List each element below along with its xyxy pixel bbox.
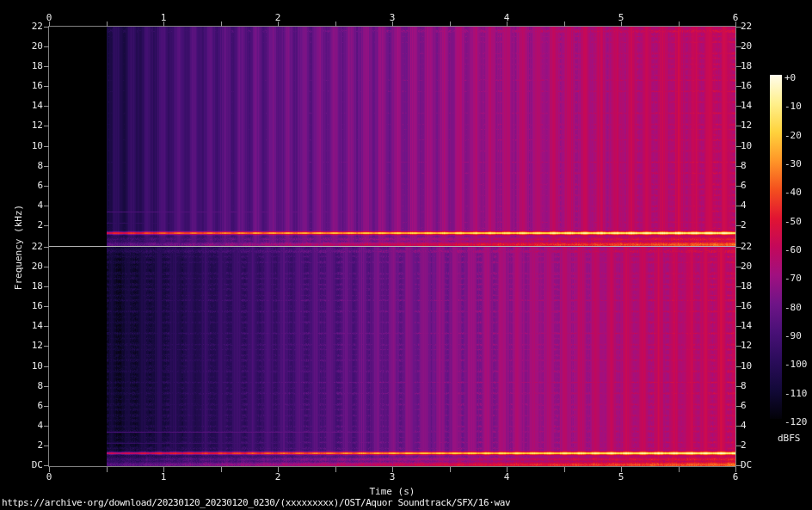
freq-tick-label: 6: [741, 401, 773, 411]
time-tick: [221, 22, 222, 27]
colorbar-tick-label: -20: [784, 131, 802, 141]
freq-tick: [44, 225, 49, 226]
freq-tick: [44, 366, 49, 367]
freq-tick: [44, 306, 49, 307]
time-tick-label: 6: [723, 472, 748, 482]
freq-tick-label: DC: [10, 460, 43, 470]
freq-tick-label: 16: [741, 301, 773, 311]
time-tick-label: 2: [265, 13, 291, 23]
freq-tick-label: 12: [741, 341, 773, 351]
source-url-text: https://archive·org/download/20230120_20…: [2, 497, 510, 508]
colorbar-tick-label: -50: [784, 217, 802, 227]
freq-tick: [44, 206, 49, 206]
freq-tick: [44, 106, 49, 107]
time-tick: [564, 467, 565, 472]
y-axis-title: Frequency (kHz): [13, 196, 24, 299]
freq-tick: [44, 126, 49, 126]
freq-tick: [44, 386, 49, 387]
freq-tick-label: 22: [741, 22, 773, 32]
colorbar-tick-label: -70: [784, 273, 802, 284]
freq-tick-label: 2: [10, 440, 43, 451]
freq-tick-label: 10: [741, 141, 773, 151]
time-tick-label: 0: [36, 472, 62, 482]
time-tick: [564, 22, 565, 27]
freq-tick-label: 16: [741, 81, 773, 91]
axis-ticks-layer: 0011223344556622222020181816161414121210…: [0, 0, 812, 510]
freq-tick-label: 12: [10, 120, 43, 131]
freq-tick: [44, 166, 49, 167]
freq-tick-label: 14: [741, 321, 773, 331]
freq-tick: [44, 186, 49, 187]
freq-tick-label: 8: [10, 381, 43, 391]
time-tick-label: 1: [151, 472, 176, 482]
freq-tick-label: 12: [10, 341, 43, 351]
colorbar-tick-label: -60: [784, 245, 802, 255]
time-tick: [107, 467, 108, 472]
freq-tick-label: 4: [10, 421, 43, 431]
freq-tick: [44, 465, 49, 466]
freq-tick-label: 16: [10, 81, 43, 91]
freq-tick-label: 22: [741, 242, 773, 252]
freq-tick-label: 8: [741, 161, 773, 171]
time-tick-label: 2: [265, 472, 291, 482]
freq-tick: [44, 406, 49, 407]
freq-tick-label: 8: [741, 381, 773, 391]
time-tick: [335, 467, 336, 472]
colorbar-tick-label: -80: [784, 303, 802, 313]
time-tick: [450, 467, 451, 472]
freq-tick-label: 8: [10, 161, 43, 171]
freq-tick: [44, 326, 49, 327]
colorbar-tick-label: -30: [784, 159, 802, 169]
colorbar-tick-label: -40: [784, 187, 802, 198]
freq-tick-label: 2: [741, 440, 773, 451]
freq-tick-label: 12: [741, 120, 773, 131]
time-tick-label: 1: [151, 13, 176, 23]
freq-tick-label: 16: [10, 301, 43, 311]
freq-tick: [44, 286, 49, 287]
freq-tick: [44, 346, 49, 347]
time-tick-label: 4: [494, 13, 520, 23]
x-axis-title: Time (s): [349, 486, 435, 497]
time-tick: [450, 22, 451, 27]
freq-tick-label: 6: [10, 181, 43, 191]
freq-tick: [44, 445, 49, 446]
time-tick-label: 4: [494, 472, 520, 482]
freq-tick-label: 2: [741, 220, 773, 230]
freq-tick: [44, 146, 49, 147]
freq-tick-label: 18: [10, 61, 43, 71]
freq-tick-label: 4: [741, 200, 773, 211]
time-tick-label: 3: [379, 13, 405, 23]
time-tick: [221, 467, 222, 472]
colorbar-title: dBFS: [778, 433, 801, 444]
freq-tick: [44, 66, 49, 67]
freq-tick-label: 14: [10, 321, 43, 331]
freq-tick-label: 14: [741, 101, 773, 111]
freq-tick-label: 6: [741, 181, 773, 191]
time-tick: [107, 22, 108, 27]
time-tick-label: 3: [379, 472, 405, 482]
freq-tick: [44, 426, 49, 427]
freq-tick: [44, 247, 49, 248]
freq-tick: [44, 46, 49, 47]
freq-tick-label: 10: [10, 141, 43, 151]
time-tick-label: 5: [608, 472, 634, 482]
freq-tick-label: 20: [10, 41, 43, 52]
colorbar-tick-label: -120: [784, 417, 808, 427]
colorbar-tick-label: -110: [784, 389, 808, 399]
freq-tick-label: 6: [10, 401, 43, 411]
freq-tick: [44, 27, 49, 28]
freq-tick-label: 20: [741, 261, 773, 272]
spectrogram-screenshot: 0011223344556622222020181816161414121210…: [0, 0, 812, 510]
freq-tick-label: 10: [741, 361, 773, 372]
freq-tick-label: 4: [741, 421, 773, 431]
time-tick: [679, 467, 680, 472]
freq-tick-label: 20: [741, 41, 773, 52]
colorbar-tick-label: -90: [784, 331, 802, 341]
freq-tick-label: DC: [741, 460, 773, 470]
freq-tick-label: 10: [10, 361, 43, 372]
freq-tick: [44, 267, 49, 267]
colorbar-tick-label: +0: [784, 73, 796, 83]
time-tick: [679, 22, 680, 27]
time-tick-label: 5: [608, 13, 634, 23]
freq-tick-label: 22: [10, 22, 43, 32]
